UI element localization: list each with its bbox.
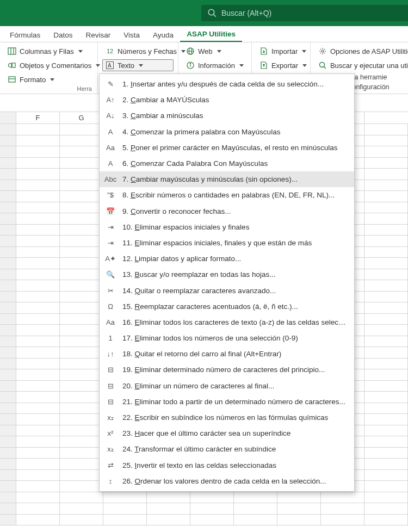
row-head[interactable]	[0, 503, 16, 515]
cell[interactable]	[190, 503, 234, 515]
row-head[interactable]	[0, 436, 16, 448]
menu-item-22[interactable]: x₂22. Escribir en subíndice los números …	[100, 410, 354, 425]
cell[interactable]	[16, 146, 60, 158]
cell[interactable]	[364, 347, 408, 358]
cell[interactable]	[60, 481, 103, 492]
btn-formato[interactable]: Formato	[4, 73, 93, 85]
btn-texto[interactable]: A Texto	[102, 59, 174, 71]
row-head[interactable]	[0, 302, 16, 314]
row-head[interactable]	[0, 369, 16, 381]
cell[interactable]	[16, 292, 60, 303]
cell[interactable]	[60, 202, 103, 214]
btn-opciones-asap[interactable]: Opciones de ASAP Utilitie	[315, 45, 408, 57]
cell[interactable]	[364, 492, 408, 504]
row-head[interactable]	[0, 403, 16, 415]
cell[interactable]	[60, 314, 103, 325]
cell[interactable]	[16, 403, 60, 415]
cell[interactable]	[60, 336, 103, 348]
cell[interactable]	[16, 369, 60, 381]
cell[interactable]	[16, 325, 60, 336]
btn-objetos-comentarios[interactable]: Objetos y Comentarios	[4, 59, 93, 71]
row-head[interactable]	[0, 280, 16, 292]
menu-item-13[interactable]: 🔍13. Buscar y/o reemplazar en todas las …	[100, 267, 354, 282]
menu-item-12[interactable]: A✦12. Limpiar datos y aplicar formato...	[100, 251, 354, 267]
cell[interactable]	[16, 392, 60, 403]
row-head[interactable]	[0, 314, 16, 325]
menu-item-7[interactable]: Abc7. Cambiar mayúsculas y minúsculas (s…	[100, 171, 354, 187]
cell[interactable]	[16, 169, 60, 180]
row-head[interactable]	[0, 392, 16, 403]
cell[interactable]	[16, 280, 60, 292]
btn-importar[interactable]: Importar	[256, 45, 306, 57]
cell[interactable]	[60, 180, 103, 191]
col-head[interactable]: F	[16, 112, 60, 123]
menu-item-14[interactable]: ✂14. Quitar o reemplazar caracteres avan…	[100, 282, 354, 298]
cell[interactable]	[16, 124, 60, 135]
cell[interactable]	[103, 515, 147, 526]
cell[interactable]	[60, 325, 103, 336]
cell[interactable]	[16, 503, 60, 515]
cell[interactable]	[16, 481, 60, 492]
cell[interactable]	[60, 269, 103, 281]
row-head[interactable]	[0, 169, 16, 180]
cell[interactable]	[16, 247, 60, 258]
cell[interactable]	[60, 515, 103, 526]
row-head[interactable]	[0, 515, 16, 526]
cell[interactable]	[60, 392, 103, 403]
tab-revisar[interactable]: Revisar	[79, 28, 118, 42]
row-head[interactable]	[0, 459, 16, 470]
menu-item-9[interactable]: 📅9. Convertir o reconocer fechas...	[100, 203, 354, 219]
col-head[interactable]: G	[60, 112, 103, 123]
cell[interactable]	[364, 448, 408, 459]
cell[interactable]	[103, 492, 147, 504]
menu-item-15[interactable]: Ω15. Reemplazar caracteres acentuados (á…	[100, 299, 354, 314]
row-head[interactable]	[0, 236, 16, 247]
cell[interactable]	[364, 369, 408, 381]
row-head[interactable]	[0, 336, 16, 348]
cell[interactable]	[364, 425, 408, 437]
cell[interactable]	[60, 403, 103, 415]
cell[interactable]	[321, 492, 364, 504]
menu-item-24[interactable]: x₂24. Transformar el último carácter en …	[100, 441, 354, 457]
cell[interactable]	[364, 314, 408, 325]
cell[interactable]	[60, 358, 103, 370]
menu-item-8[interactable]: "$8. Escribir números o cantidades en pa…	[100, 187, 354, 203]
cell[interactable]	[277, 492, 321, 504]
cell[interactable]	[364, 213, 408, 225]
cell[interactable]	[60, 448, 103, 459]
menu-item-3[interactable]: A↓3. Cambiar a minúsculas	[100, 108, 354, 123]
row-head[interactable]	[0, 448, 16, 459]
cell[interactable]	[16, 470, 60, 481]
cell[interactable]	[16, 202, 60, 214]
cell[interactable]	[60, 247, 103, 258]
cell[interactable]	[16, 448, 60, 459]
cell[interactable]	[364, 225, 408, 236]
row-head[interactable]	[0, 225, 16, 236]
cell[interactable]	[234, 503, 277, 515]
cell[interactable]	[364, 135, 408, 147]
cell[interactable]	[60, 213, 103, 225]
cell[interactable]	[16, 191, 60, 202]
cell[interactable]	[147, 503, 190, 515]
cell[interactable]	[60, 258, 103, 269]
cell[interactable]	[364, 169, 408, 180]
row-head[interactable]	[0, 158, 16, 169]
cell[interactable]	[190, 492, 234, 504]
menu-item-16[interactable]: Aa16. Eliminar todos los caracteres de t…	[100, 314, 354, 330]
cell[interactable]	[60, 236, 103, 247]
cell[interactable]	[364, 381, 408, 392]
menu-item-23[interactable]: x²23. Hacer que el último carácter sea u…	[100, 425, 354, 441]
cell[interactable]	[60, 369, 103, 381]
cell[interactable]	[16, 180, 60, 191]
cell[interactable]	[60, 436, 103, 448]
cell[interactable]	[364, 503, 408, 515]
cell[interactable]	[60, 225, 103, 236]
cell[interactable]	[16, 515, 60, 526]
row-head[interactable]	[0, 425, 16, 437]
row-head[interactable]	[0, 358, 16, 370]
btn-informacion[interactable]: Información	[183, 59, 247, 71]
cell[interactable]	[364, 403, 408, 415]
cell[interactable]	[16, 347, 60, 358]
tab-formulas[interactable]: Fórmulas	[3, 28, 47, 42]
cell[interactable]	[16, 381, 60, 392]
